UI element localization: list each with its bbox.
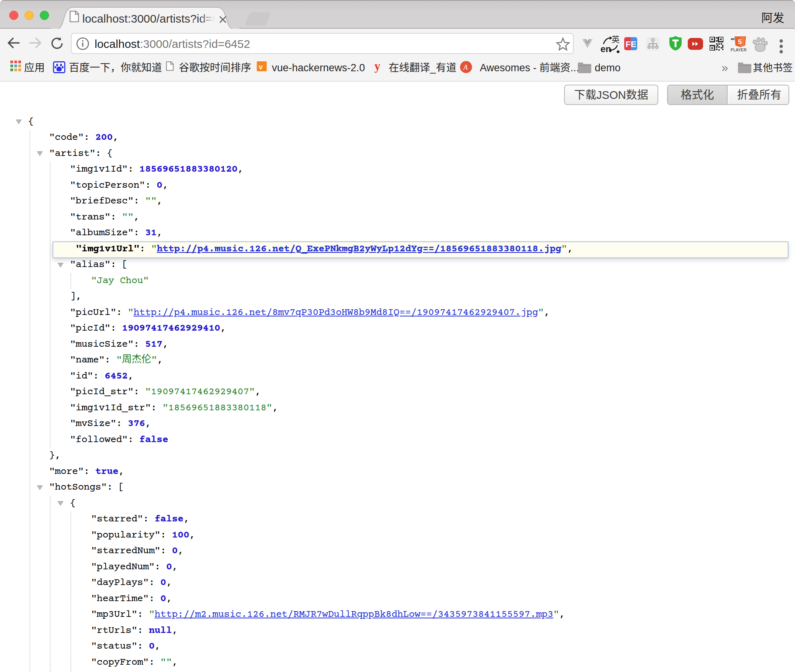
svg-text:A: A — [463, 63, 468, 71]
svg-text:y: y — [375, 61, 381, 73]
svg-text:v: v — [259, 63, 263, 71]
svg-text:5: 5 — [738, 38, 741, 46]
svg-text:en: en — [600, 44, 611, 54]
svg-text:FE: FE — [626, 39, 636, 49]
svg-text:PLAYER: PLAYER — [731, 48, 747, 52]
svg-text:英: 英 — [612, 34, 620, 44]
